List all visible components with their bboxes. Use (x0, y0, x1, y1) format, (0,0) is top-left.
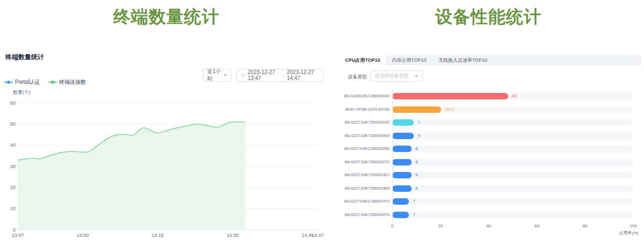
bar-track (392, 159, 633, 165)
legend-label: Portal认证 (15, 78, 40, 86)
bar-value-label: 48 (512, 93, 517, 99)
chevron-down-icon (223, 74, 228, 76)
bar-x-tick-label: 60 (535, 224, 539, 228)
x-tick-label: 14:00 (77, 233, 89, 238)
area-fill (18, 122, 245, 230)
legend-dot-icon (51, 81, 54, 84)
legend-label: 终端连接数 (59, 78, 86, 86)
bar-value-label: 8 (415, 185, 418, 192)
bar-x-tick-label: 80 (583, 224, 588, 228)
bar-value-label: 9 (418, 119, 420, 126)
legend-item[interactable]: 终端连接数 (48, 78, 86, 86)
y-tick-label: 60 (10, 100, 16, 106)
y-tick-label: 50 (10, 121, 16, 127)
bar-value-label: 7 (413, 212, 415, 218)
bar[interactable] (392, 106, 441, 113)
x-tick-label: 14:47 (312, 233, 324, 238)
legend: Portal认证终端连接数 (4, 78, 86, 86)
performance-tab-bar: CPU占用TOP10内存占用TOP10无线接入点速率TOP10 (339, 55, 641, 66)
bar-track (392, 146, 633, 152)
legend-item[interactable]: Portal认证 (4, 78, 40, 86)
y-tick-label: 40 (10, 142, 16, 148)
terminal-count-header: 终端数量统计 (5, 53, 44, 62)
date-range-picker[interactable]: 2023-12-27 13:47 - 2023-12-27 14:47 (236, 69, 324, 82)
bar-x-tick-label: 0 (391, 224, 393, 228)
bar-value-label: 8 (415, 146, 418, 152)
bar-track (392, 119, 633, 126)
bar-category-label: WL022710K725000369 (331, 185, 390, 192)
bar-value-label: 7 (413, 198, 415, 205)
tab-CPU占用TOP10[interactable]: CPU占用TOP10 (339, 55, 386, 66)
bar[interactable] (392, 133, 414, 139)
legend-line-icon (48, 82, 57, 83)
bar-x-tick-label: 100 (630, 224, 636, 228)
time-range-select[interactable]: 近1小时 (203, 69, 232, 82)
bar-track (392, 198, 633, 205)
bar[interactable] (392, 119, 414, 126)
y-tick-label: 10 (10, 206, 16, 211)
y-tick-label: 20 (10, 185, 16, 190)
bar[interactable] (392, 93, 508, 99)
bar-category-label: WL022710KC18000280 (331, 146, 390, 152)
device-type-select[interactable]: 请选择设备类型 (370, 70, 423, 82)
bar-category-label: WL022710K725000272 (331, 159, 390, 165)
bar-category-label: 6047-FF96-1070-EF0A (331, 106, 390, 113)
right-section-title: 设备性能统计 (333, 5, 644, 29)
time-range-value: 近1小时 (207, 68, 223, 83)
bar[interactable] (392, 185, 412, 192)
tab-无线接入点速率TOP10[interactable]: 无线接入点速率TOP10 (433, 55, 493, 66)
date-separator: - (282, 73, 284, 78)
date-start[interactable]: 2023-12-27 13:47 (248, 69, 280, 81)
bar-category-label: WL022710K725000102 (331, 119, 390, 126)
y-tick-label: 30 (10, 164, 16, 169)
bar[interactable] (392, 172, 412, 178)
clock-icon (241, 73, 245, 78)
bar-value-label: 8 (415, 172, 418, 178)
x-tick-label: 14:15 (152, 233, 164, 238)
bar-track (392, 212, 633, 218)
device-type-label: 设备类型 (348, 74, 367, 81)
bar-axis-line (392, 90, 393, 222)
bar-track (392, 106, 633, 113)
bar-value-label: 20.3 (445, 106, 453, 113)
bar[interactable] (392, 198, 409, 205)
bar-track (392, 133, 633, 139)
dashboard: 终端数量统计 设备性能统计 终端数量统计 近1小时 2023-12-27 13:… (0, 0, 644, 245)
bar-value-label: 9 (418, 133, 420, 139)
bar-category-label: WL022710K725000470 (331, 212, 390, 218)
x-tick-label: 14:30 (226, 233, 239, 238)
bar-x-tick-label: 20 (438, 224, 443, 228)
left-section-title: 终端数量统计 (0, 5, 333, 29)
device-type-placeholder: 请选择设备类型 (375, 73, 408, 80)
date-end[interactable]: 2023-12-27 14:47 (287, 69, 319, 81)
bar[interactable] (392, 146, 412, 152)
bar-value-label: 8 (415, 159, 418, 165)
bar-category-label: WL022710KC18000372 (331, 198, 390, 205)
legend-dot-icon (7, 81, 10, 84)
y-tick-label: 0 (13, 227, 16, 233)
bar[interactable] (392, 159, 412, 165)
bar-category-label: WL023610KC06000043 (331, 93, 390, 99)
bar-track (392, 185, 633, 192)
x-tick-label: 13:47 (12, 233, 24, 238)
chevron-down-icon (414, 75, 419, 77)
bar-x-tick-label: 40 (486, 224, 491, 228)
terminal-line-chart[interactable]: 010203040506013:4714:0014:1514:3014:4514… (0, 89, 333, 245)
bar-track (392, 172, 633, 178)
bar-x-axis-name: 占用率(%) (606, 230, 639, 236)
legend-line-icon (4, 82, 13, 83)
bar-category-label: WL022710K725000409 (331, 133, 390, 139)
bar[interactable] (392, 212, 409, 218)
tab-内存占用TOP10[interactable]: 内存占用TOP10 (386, 55, 432, 66)
bar-category-label: WL022710K725000307 (331, 172, 390, 178)
